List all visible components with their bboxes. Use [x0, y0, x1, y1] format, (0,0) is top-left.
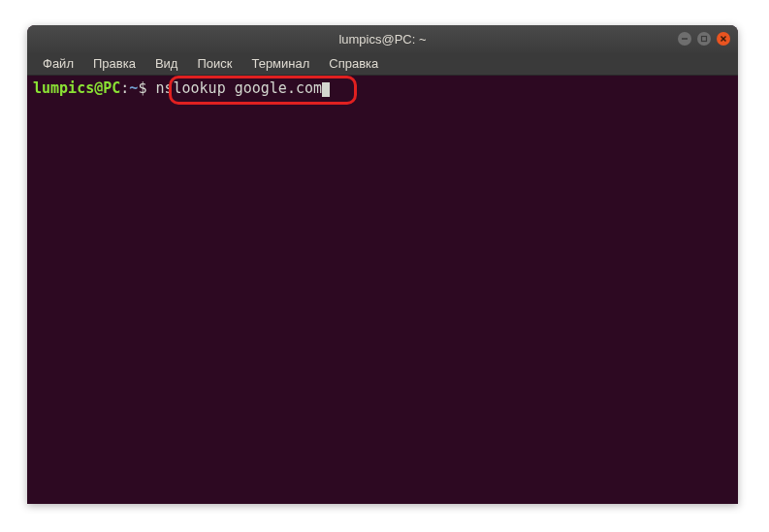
menu-help[interactable]: Справка: [319, 54, 388, 73]
terminal-window: lumpics@PC: ~ Файл Правка Вид Поиск Терм…: [27, 25, 738, 504]
minimize-button[interactable]: [678, 32, 691, 46]
prompt-colon: :: [120, 79, 129, 97]
window-controls: [678, 32, 730, 46]
menu-terminal[interactable]: Терминал: [241, 54, 319, 73]
menu-file[interactable]: Файл: [33, 54, 83, 73]
close-icon: [720, 35, 727, 43]
menu-edit[interactable]: Правка: [83, 54, 145, 73]
menubar: Файл Правка Вид Поиск Терминал Справка: [27, 52, 738, 76]
prompt-user-host: lumpics@PC: [33, 79, 120, 97]
titlebar: lumpics@PC: ~: [27, 25, 738, 52]
svg-rect-1: [702, 37, 707, 42]
maximize-icon: [700, 35, 708, 43]
menu-search[interactable]: Поиск: [187, 54, 241, 73]
prompt-symbol: $: [138, 79, 146, 97]
minimize-icon: [681, 35, 689, 43]
close-button[interactable]: [717, 32, 730, 46]
cursor: [322, 82, 330, 97]
window-title: lumpics@PC: ~: [338, 32, 426, 47]
menu-view[interactable]: Вид: [145, 54, 188, 73]
maximize-button[interactable]: [697, 32, 711, 46]
terminal-content[interactable]: lumpics@PC:~$ nslookup google.com: [27, 76, 738, 101]
command-input: nslookup google.com: [155, 79, 322, 97]
